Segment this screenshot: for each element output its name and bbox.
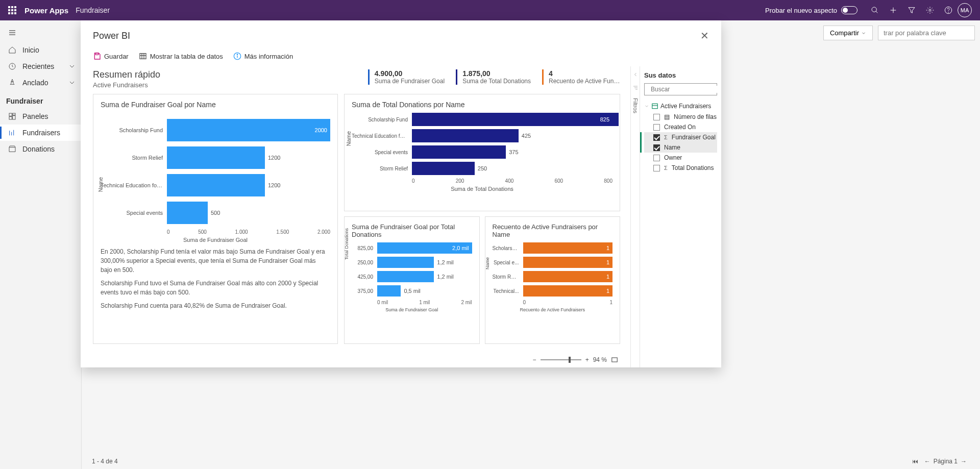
chart-goal-by-name[interactable]: Suma de Fundraiser Goal por Name Scholar… (93, 94, 338, 344)
svg-rect-17 (140, 54, 146, 59)
chart-bar-row: Scholarship Fund 825 (352, 113, 612, 126)
grid-footer: 1 - 4 de 4 ⏮ ← Página 1 → (82, 454, 980, 469)
app-launcher-icon[interactable] (8, 6, 16, 14)
chart-bar (167, 119, 330, 141)
share-button[interactable]: Compartir (823, 26, 873, 40)
chart-bar-row: Scholarsh... 1 (493, 242, 613, 254)
nav-donations[interactable]: Donations (0, 141, 81, 157)
more-info-label: Más información (244, 53, 293, 60)
axis-tick: 0 (523, 300, 526, 305)
axis-tick: 1.500 (276, 229, 289, 235)
bar-value-label: 1,2 mil (437, 259, 453, 265)
help-icon[interactable] (939, 0, 958, 20)
zoom-out-button[interactable]: − (533, 356, 536, 363)
axis-tick: 200 (456, 178, 464, 184)
data-search-input[interactable] (644, 83, 717, 95)
field-owner[interactable]: Owner (644, 153, 717, 163)
chart-donations-by-name[interactable]: Suma de Total Donations por Name Scholar… (344, 94, 620, 211)
kpi-value: 4.900,00 (375, 69, 445, 78)
powerbi-modal: Power BI ✕ Guardar Mostrar la tabla de d… (81, 20, 721, 367)
data-panel: Sus datos Active Fundraisers ▤Número de … (640, 66, 721, 367)
nav-collapse-button[interactable] (0, 26, 81, 42)
field-total-donations[interactable]: ΣTotal Donations (644, 163, 717, 173)
save-button[interactable]: Guardar (93, 52, 129, 60)
keyword-filter-input[interactable] (878, 26, 975, 40)
svg-marker-4 (909, 8, 915, 13)
search-icon[interactable] (866, 0, 884, 20)
svg-rect-12 (9, 113, 12, 116)
nav-recientes[interactable]: Recientes (0, 58, 81, 75)
chart-bar-row: 250,00 1,2 mil (352, 257, 472, 268)
chart-count-by-name[interactable]: Recuento de Active Fundraisers por Name … (485, 216, 621, 344)
chart-bar (167, 202, 208, 224)
brand-label: Power Apps (24, 6, 68, 15)
axis-tick: 0 (412, 178, 415, 184)
prev-page-button[interactable]: ← (921, 458, 934, 465)
bar-value-label: 825 (600, 116, 609, 122)
kpi-card[interactable]: 1.875,00Suma de Total Donations (456, 69, 531, 85)
nav-inicio[interactable]: Inicio (0, 42, 81, 58)
data-table-node[interactable]: Active Fundraisers (644, 101, 717, 112)
next-page-button[interactable]: → (958, 458, 970, 465)
svg-rect-30 (652, 104, 658, 108)
close-icon[interactable]: ✕ (700, 30, 709, 42)
filters-rail[interactable]: Filtros (630, 66, 640, 367)
show-data-table-button[interactable]: Mostrar la tabla de datos (139, 52, 223, 60)
report-subtitle: Active Fundraisers (93, 81, 160, 89)
kpi-label: Suma de Fundraiser Goal (375, 78, 445, 85)
bar-value-label: 1 (606, 259, 609, 265)
zoom-control[interactable]: − + 94 % (533, 356, 618, 363)
add-icon[interactable] (884, 0, 902, 20)
field-name[interactable]: Name (644, 142, 717, 153)
app-name-label: Fundraiser (76, 6, 110, 14)
modal-toolbar: Guardar Mostrar la tabla de datos Más in… (81, 48, 721, 66)
bar-category-label: Technical... (493, 288, 523, 294)
nav-donations-label: Donations (22, 145, 55, 153)
bar-category-label: Scholarsh... (493, 245, 523, 251)
bar-value-label: 2,0 mil (452, 245, 469, 251)
nav-fundraisers[interactable]: Fundraisers (0, 125, 81, 141)
user-avatar[interactable]: MA (958, 3, 972, 17)
field-created-on[interactable]: Created On (644, 122, 717, 132)
insight-text-2: Scholarship Fund tuvo el Suma de Fundrai… (101, 279, 330, 297)
nav-fundraisers-label: Fundraisers (22, 129, 60, 137)
more-info-button[interactable]: Más información (233, 52, 293, 60)
y-axis-label: Total Donations (344, 228, 349, 260)
bar-category-label: Technical Education for ... (352, 133, 412, 139)
try-new-look-label: Probar el nuevo aspecto (765, 7, 837, 14)
chevron-left-icon (632, 71, 639, 78)
global-header: Power Apps Fundraiser Probar el nuevo as… (0, 0, 980, 20)
field-numero-filas[interactable]: ▤Número de filas (644, 112, 717, 122)
bar-category-label: Storm Relief (101, 155, 167, 161)
modal-header: Power BI ✕ (81, 20, 721, 48)
data-table-label: Active Fundraisers (660, 103, 711, 110)
axis-tick: 800 (604, 178, 612, 184)
zoom-in-button[interactable]: + (585, 356, 589, 363)
kpi-label: Suma de Total Donations (462, 78, 531, 85)
fit-to-page-icon[interactable] (611, 356, 618, 363)
chart-bar-row: Storm Relief 250 (352, 162, 612, 175)
svg-line-1 (876, 11, 877, 13)
chart-title: Suma de Fundraiser Goal por Total Donati… (352, 223, 472, 238)
chevron-down-icon (68, 62, 76, 70)
kpi-card[interactable]: 4Recuento de Active Fund... (542, 69, 620, 85)
filter-icon[interactable] (902, 0, 921, 20)
nav-paneles[interactable]: Paneles (0, 108, 81, 125)
bar-value-label: 1,2 mil (437, 274, 453, 280)
nav-anclado[interactable]: Anclado (0, 75, 81, 91)
chart-goal-by-donations[interactable]: Suma de Fundraiser Goal por Total Donati… (344, 216, 480, 344)
bar-value-label: 1200 (268, 155, 280, 161)
bar-value-label: 1 (606, 288, 609, 294)
settings-icon[interactable] (921, 0, 939, 20)
bar-category-label: Scholarship Fund (352, 117, 412, 122)
bar-value-label: 0,5 mil (404, 288, 420, 294)
save-label: Guardar (104, 53, 129, 60)
chart-bar (412, 162, 475, 175)
field-fundraiser-goal[interactable]: ΣFundraiser Goal (644, 132, 717, 142)
first-page-button[interactable]: ⏮ (909, 458, 921, 465)
kpi-card[interactable]: 4.900,00Suma de Fundraiser Goal (368, 69, 445, 85)
filters-label: Filtros (632, 98, 639, 113)
bar-category-label: Storm Relief (352, 166, 412, 171)
try-new-look-toggle[interactable] (841, 6, 857, 14)
report-canvas: Resumen rápido Active Fundraisers 4.900,… (81, 66, 630, 367)
